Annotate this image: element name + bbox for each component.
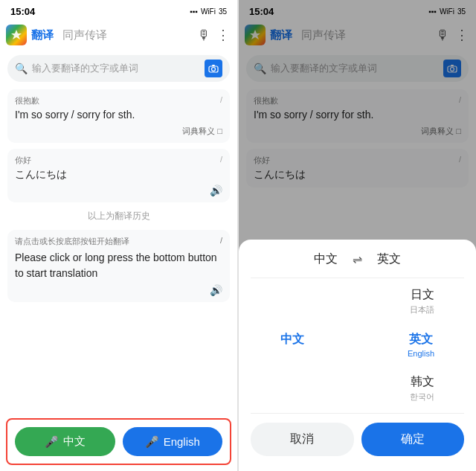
header-tabs-left: 翻译 同声传译 [31,28,193,42]
btn-chinese[interactable]: 🎤 中文 [15,427,115,456]
modal-options-row2: 中文 英文 English [251,326,464,364]
header-icons-left: 🎙 ⋮ [197,27,230,43]
right-phone: 15:04 ▪▪▪ WiFi 35 翻译 同声传译 🎙 ⋮ [239,0,476,471]
more-icon-left[interactable]: ⋮ [216,27,230,43]
input-text: Please click or long press the bottom bu… [15,250,222,281]
modal-options-row3: 韩文 한국어 [251,368,464,408]
svg-point-1 [212,68,216,71]
modal-swap-icon[interactable]: ⇌ [353,252,362,266]
sound-icon-input[interactable]: 🔊 [210,284,222,296]
status-time-left: 15:04 [10,6,35,17]
dict-link-sorry[interactable]: 词典释义 □ [182,126,222,137]
modal-cancel-button[interactable]: 取消 [251,423,354,456]
history-label: 以上为翻译历史 [0,205,237,227]
mic-icon-chinese: 🎤 [45,435,59,449]
wifi-icon: WiFi [201,7,216,16]
voice-icon-left[interactable]: 🎙 [197,28,210,43]
search-icon-left: 🔍 [15,63,28,74]
app-container: 15:04 ▪▪▪ WiFi 35 翻译 同声传译 🎙 ⋮ [0,0,476,471]
modal-options-row1: 日文 日本語 [251,281,464,321]
modal-buttons: 取消 确定 [251,423,464,456]
signal-icon: ▪▪▪ [190,7,198,16]
card-sorry-bottom: 词典释义 □ [15,126,222,137]
mic-icon-english: 🎤 [145,435,159,449]
modal-option-empty-left [266,281,395,321]
card-hello-text: こんにちは [15,167,222,182]
input-hint: 请点击或长按底部按钮开始翻译 / [15,236,222,247]
input-card[interactable]: 请点击或长按底部按钮开始翻译 / Please click or long pr… [7,230,230,302]
tab-translate-left[interactable]: 翻译 [31,28,54,42]
modal-lang-right: 英文 [377,251,401,267]
bottom-buttons: 🎤 中文 🎤 English [6,418,231,465]
left-phone: 15:04 ▪▪▪ WiFi 35 翻译 同声传译 🎙 ⋮ [0,0,237,471]
status-icons-left: ▪▪▪ WiFi 35 [190,7,227,16]
modal-option-empty-left2 [266,368,395,408]
search-placeholder-left: 输入要翻译的文字或单词 [32,62,200,75]
card-hello-slash: / [220,155,222,164]
status-bar-left: 15:04 ▪▪▪ WiFi 35 [0,0,237,19]
modal-confirm-button[interactable]: 确定 [361,423,465,456]
sound-icon-hello[interactable]: 🔊 [210,185,222,196]
language-select-modal: 中文 ⇌ 英文 日文 日本語 中文 英文 [239,240,476,471]
card-hello-top: 你好 / [15,155,222,166]
card-hello[interactable]: 你好 / こんにちは 🔊 [7,149,230,203]
camera-icon-left[interactable] [205,60,222,77]
search-bar-left[interactable]: 🔍 输入要翻译的文字或单词 [7,55,230,82]
modal-option-korean[interactable]: 韩文 한국어 [395,368,449,408]
modal-lang-header: 中文 ⇌ 英文 [251,251,464,267]
tab-simultaneous-left[interactable]: 同声传译 [62,28,107,42]
modal-option-english[interactable]: 英文 English [393,326,449,364]
card-hello-lang: 你好 [15,155,31,166]
card-sorry-lang: 很抱歉 [15,95,39,106]
modal-option-chinese[interactable]: 中文 [266,326,319,364]
modal-lang-left: 中文 [314,251,338,267]
svg-rect-2 [212,65,215,66]
btn-english[interactable]: 🎤 English [123,427,223,456]
card-sorry-text: I'm so sorry / sorry for sth. [15,108,222,123]
card-sorry[interactable]: 很抱歉 / I'm so sorry / sorry for sth. 词典释义… [7,89,230,143]
modal-option-japanese[interactable]: 日文 日本語 [395,281,449,321]
card-sorry-slash: / [220,95,222,104]
card-sorry-top: 很抱歉 / [15,95,222,106]
modal-divider-bottom [251,413,464,414]
battery-icon: 35 [219,7,227,16]
modal-divider-top [251,278,464,278]
header-left: 翻译 同声传译 🎙 ⋮ [0,19,237,51]
app-logo-left [6,25,27,45]
